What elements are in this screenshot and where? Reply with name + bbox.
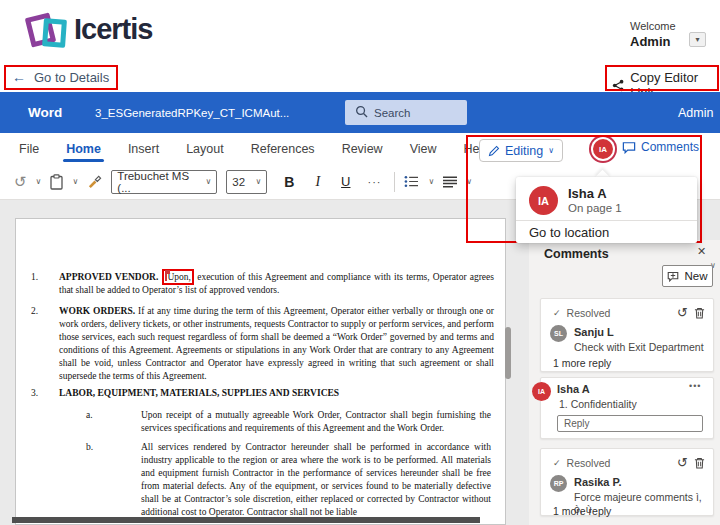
resolved-label: Resolved <box>567 307 611 319</box>
resolved-row: ✓ Resolved ↺ <box>541 449 713 473</box>
clause-text: Upon receipt of a mutually agreeable Wor… <box>141 409 491 435</box>
new-comment-icon <box>667 271 679 282</box>
trash-icon[interactable] <box>694 457 705 469</box>
font-name-select[interactable]: Trebuchet MS (...∨ <box>111 170 217 194</box>
avatar-ia: IA <box>532 382 551 401</box>
list-number: 3. <box>31 387 38 400</box>
bold-button[interactable]: B <box>284 174 294 190</box>
presence-avatar-ia[interactable]: IA <box>593 139 613 159</box>
tab-layout[interactable]: Layout <box>185 138 225 160</box>
presence-popup: IA Isha A On page 1 Go to location <box>516 177 697 243</box>
comment-menu-icon[interactable]: ••• <box>689 381 701 391</box>
check-icon: ✓ <box>553 458 561 468</box>
comment-bubble-icon <box>622 141 636 154</box>
doc-subparagraph-a: a. Upon receipt of a mutually agreeable … <box>86 409 491 435</box>
horizontal-scrollbar[interactable] <box>12 517 480 523</box>
close-icon[interactable]: ✕ <box>697 245 706 258</box>
avatar-rp: RP <box>550 475 567 492</box>
toolbar-divider <box>394 172 395 192</box>
annotation-box-upon: Upon, <box>162 269 195 285</box>
reopen-icon[interactable]: ↺ <box>677 306 688 319</box>
chevron-down-icon: ∨ <box>548 146 554 155</box>
align-justify-icon[interactable] <box>443 176 457 188</box>
user-name: Admin <box>630 34 670 49</box>
paste-clipboard-icon[interactable] <box>50 174 63 190</box>
back-arrow-icon: ← <box>12 69 26 85</box>
list-number: 1. <box>31 271 38 284</box>
pencil-icon <box>488 145 500 157</box>
go-to-location-link[interactable]: Go to location <box>529 225 609 240</box>
align-chevron-icon[interactable]: ∨ <box>466 177 472 186</box>
list-letter: a. <box>86 409 93 422</box>
user-menu-caret[interactable]: ▾ <box>689 32 706 47</box>
more-formatting-icon[interactable]: ··· <box>367 176 381 188</box>
tab-references[interactable]: References <box>250 138 316 160</box>
comment-text: Check with Exit Department <box>574 341 704 353</box>
go-to-details-link[interactable]: ← Go to Details <box>12 69 109 85</box>
clause-text: All services rendered by Contractor here… <box>141 441 491 519</box>
more-replies-link[interactable]: 1 more reply <box>553 505 611 517</box>
bullet-list-icon[interactable] <box>404 175 419 188</box>
comments-panel: Comments ✕ ∨ New ✓ Resolved ↺ <box>529 240 720 525</box>
undo-icon[interactable]: ↺ <box>14 174 27 189</box>
comment-thread-sanju[interactable]: ✓ Resolved ↺ SL Sanju L Check with Exit … <box>540 298 714 372</box>
font-size-select[interactable]: 32∨ <box>226 170 267 194</box>
doc-paragraph-3: 3. LABOR, EQUIPMENT, MATERIALS, SUPPLIES… <box>31 387 494 400</box>
list-number: 2. <box>31 305 38 318</box>
comments-toggle-button[interactable]: Comments <box>622 140 699 154</box>
tab-home[interactable]: Home <box>65 138 102 160</box>
italic-button[interactable]: I <box>315 174 320 190</box>
popup-user-name: Isha A <box>568 186 607 201</box>
paste-chevron-icon[interactable]: ∨ <box>72 177 78 186</box>
underline-button[interactable]: U <box>341 174 350 189</box>
vertical-scrollbar-thumb[interactable] <box>505 327 511 379</box>
new-comment-label: New <box>684 270 707 282</box>
editing-label: Editing <box>505 144 543 158</box>
undo-chevron-icon[interactable]: ∨ <box>36 177 42 186</box>
reopen-icon[interactable]: ↺ <box>677 456 688 469</box>
document-filename[interactable]: 3_ESGeneratedRPKey_CT_ICMAut... <box>95 107 289 119</box>
welcome-label: Welcome <box>630 20 676 32</box>
account-name[interactable]: Admin <box>678 106 713 120</box>
boxed-word: Upon, <box>168 272 192 282</box>
clause-text: If at any time during the term of this A… <box>59 306 494 381</box>
clause-title: WORK ORDERS. <box>59 306 135 316</box>
brand-name: Icertis <box>74 13 152 46</box>
app-window: Icertis Welcome Admin ▾ ← Go to Details … <box>0 0 720 525</box>
format-painter-icon[interactable] <box>87 174 102 189</box>
doc-paragraph-1: 1. APPROVED VENDOR. Upon, execution of t… <box>31 271 494 297</box>
check-icon: ✓ <box>553 308 561 318</box>
doc-subparagraph-b: b. All services rendered by Contractor h… <box>86 441 491 519</box>
icertis-logo: Icertis <box>24 5 194 60</box>
comments-label: Comments <box>641 140 699 154</box>
go-to-details-label: Go to Details <box>34 70 109 85</box>
comment-thread-isha[interactable]: IA Isha A ••• 1. Confidentiality <box>540 377 714 439</box>
resolved-label: Resolved <box>567 457 611 469</box>
doc-paragraph-2: 2. WORK ORDERS. If at any time during th… <box>31 305 494 383</box>
comment-thread-rasika[interactable]: ✓ Resolved ↺ RP Rasika P. Force majeure … <box>540 448 714 516</box>
clause-title: LABOR, EQUIPMENT, MATERIALS, SUPPLIES AN… <box>59 388 339 398</box>
tab-file[interactable]: File <box>18 138 40 160</box>
reply-input[interactable] <box>557 415 703 432</box>
collab-cursor-isha <box>165 271 167 281</box>
search-icon <box>355 105 368 118</box>
more-replies-link[interactable]: 1 more reply <box>553 357 611 369</box>
comment-author: Isha A <box>557 383 590 395</box>
chevron-down-icon: ∨ <box>205 177 211 186</box>
tab-insert[interactable]: Insert <box>127 138 160 160</box>
new-comment-button[interactable]: New <box>662 265 713 287</box>
clause-title: APPROVED VENDOR. <box>59 272 158 282</box>
tab-view[interactable]: View <box>409 138 438 160</box>
popup-user-location: On page 1 <box>568 202 622 214</box>
logo-square-teal-icon <box>42 18 67 48</box>
tab-review[interactable]: Review <box>341 138 384 160</box>
share-icon <box>612 79 624 92</box>
trash-icon[interactable] <box>694 307 705 319</box>
comment-author: Rasika P. <box>574 476 622 488</box>
editing-mode-button[interactable]: Editing ∨ <box>479 139 563 162</box>
bullet-list-chevron-icon[interactable]: ∨ <box>428 177 434 186</box>
comment-author: Sanju L <box>574 326 614 338</box>
document-page[interactable]: 1. APPROVED VENDOR. Upon, execution of t… <box>15 218 506 525</box>
chevron-down-icon: ∨ <box>255 177 261 186</box>
avatar-sl: SL <box>550 325 567 342</box>
